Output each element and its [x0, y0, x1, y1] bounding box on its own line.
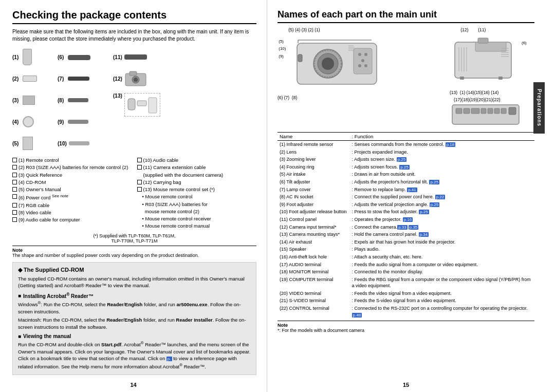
list-item: (10) [58, 134, 109, 153]
projector-side-svg [450, 33, 522, 89]
table-row: (22) CONTROL terminal: Connected to the … [278, 305, 534, 319]
diag-bottom-labels-right: (13) (1) (14)(15)(16) (14) [450, 90, 534, 95]
list-item: (2) R03 (SIZE AAA) batteries for remote … [12, 164, 132, 171]
part-function: : Expels air that has grown hot inside t… [350, 238, 534, 246]
part-number: (15) Speaker [278, 246, 350, 253]
part-function: : Plays audio. [350, 246, 534, 253]
col-function: : Function [350, 133, 534, 141]
item-image-batteries [23, 76, 37, 82]
table-row: (3) Zooming lever: Adjusts screen size. … [278, 156, 534, 163]
installing-text1: Windows®: Run the CD-ROM, select the Rea… [18, 300, 251, 315]
item-image-cameraext [124, 54, 147, 60]
page-ref: p.33 [397, 225, 408, 230]
list-item: (8) [58, 91, 109, 109]
svg-rect-4 [128, 99, 135, 110]
table-row: (6) Tilt adjuster: Adjusts the projector… [278, 178, 534, 186]
part-function: : Remove to replace lamp. p.41 [350, 186, 534, 194]
list-item: (10) Audio cable [137, 157, 257, 164]
part-number: (8) AC IN socket [278, 193, 350, 201]
part-function: : Press to stow the foot adjuster. p.25 [350, 208, 534, 216]
part-number: (5) Air intake [278, 171, 350, 178]
checkbox [12, 173, 17, 177]
list-item: (9) Audio cable for computer [12, 216, 132, 223]
part-function: : Feeds the S-video signal from a video … [350, 297, 534, 305]
part-function: : Connect the supplied power cord here. … [350, 193, 534, 201]
part-function: : Connected to the RS-232C port on a con… [350, 305, 534, 319]
list-item: (3) [12, 91, 53, 109]
list-item: (5) [12, 134, 53, 153]
list-item: (2) [12, 69, 53, 88]
item-image-audiocable [69, 141, 89, 145]
diag-front: (5) (4) (3) (2) (1) (5) (10) (9) [278, 27, 446, 129]
table-row: (9) Foot adjuster: Adjusts the vertical … [278, 201, 534, 209]
item-image-cdrom [23, 116, 34, 127]
page-ref: p.41 [407, 188, 417, 192]
projector-bottom-svg [450, 102, 527, 128]
page-container: Checking the package contents Please mak… [0, 0, 555, 392]
svg-rect-47 [509, 107, 516, 115]
table-row: (7) Lamp cover: Remove to replace lamp. … [278, 186, 534, 194]
page-ref: p.25 [430, 202, 440, 207]
right-title: Names of each part on the main unit [278, 9, 534, 23]
page-ref: p.25 [429, 180, 439, 184]
part-function: : Projects expanded image. [350, 148, 534, 156]
part-number: (13) Camera mounting stays* [278, 231, 350, 238]
part-function: : Adjusts screen focus. p.25 [350, 163, 534, 171]
checkbox [12, 217, 17, 222]
list-item: (1) Remote control [12, 157, 132, 164]
part-number: (12) Camera input terminal* [278, 223, 350, 231]
table-row: (13) Camera mounting stays*: Hold the ca… [278, 231, 534, 238]
item-image-remote [23, 49, 32, 65]
table-row: (18) MONITOR terminal: Connected to the … [278, 268, 534, 276]
checkbox [12, 158, 17, 162]
part-function: : Connected to the monitor display. [350, 268, 534, 276]
table-row: (14) Air exhaust: Expels air that has gr… [278, 238, 534, 246]
part-number: (6) Tilt adjuster [278, 178, 350, 186]
diag-side: (12) (11) [450, 27, 534, 129]
tab-label: Preparations [536, 89, 542, 126]
part-number: (4) Focusing ring [278, 163, 350, 171]
page-number-left: 14 [130, 382, 136, 388]
cdrom-section: The Supplied CD-ROM The supplied CD-ROM … [12, 262, 256, 375]
table-row: (12) Camera input terminal*: Connect the… [278, 223, 534, 231]
part-number: (20) VIDEO terminal [278, 290, 350, 297]
part-function: : Draws in air from outside unit. [350, 171, 534, 178]
svg-point-21 [358, 64, 361, 67]
page-ref: p.16 [403, 217, 413, 222]
page-ref: p.25 [399, 165, 410, 170]
list-item: (6) [58, 48, 109, 66]
diagrams-row: (5) (4) (3) (2) (1) (5) (10) (9) [278, 27, 534, 129]
table-row: (11) Control panel: Operates the project… [278, 216, 534, 223]
right-page: Preparations Names of each part on the m… [267, 0, 545, 392]
table-row: (10) Foot adjuster release button: Press… [278, 208, 534, 216]
list-item: • Mouse remote control [137, 193, 257, 200]
cdrom-intro: The supplied CD-ROM contains an owner's … [18, 275, 251, 290]
table-row: (4) Focusing ring: Adjusts screen focus.… [278, 163, 534, 171]
right-note-text: *: For the models with a document camera [278, 328, 364, 333]
list-item: (3) Quick Reference [12, 172, 132, 179]
table-row: (20) VIDEO terminal: Feeds the video sig… [278, 290, 534, 297]
part-function: : Connect the camera.p.33p.35 [350, 223, 534, 231]
svg-rect-46 [501, 108, 506, 114]
svg-rect-44 [488, 108, 493, 114]
part-function: : Attach a security chain, etc. here. [350, 253, 534, 261]
diag-top-labels: (5) (4) (3) (2) (1) [278, 27, 446, 32]
item-image-videocable [68, 98, 88, 102]
note-title: Note [12, 248, 23, 253]
table-row: (1) Infrared remote sensor: Senses comma… [278, 141, 534, 148]
col-name: Name [278, 133, 350, 141]
parts-table: Name : Function (1) Infrared remote sens… [278, 132, 534, 319]
part-number: (19) COMPUTER terminal [278, 276, 350, 290]
svg-rect-31 [478, 38, 488, 43]
checkbox [12, 165, 17, 170]
viewing-title: Viewing the manual [23, 333, 71, 339]
page-ref: p.48 [352, 313, 362, 318]
table-row: (2) Lens: Projects expanded image. [278, 148, 534, 156]
item-image-audiocable-computer [68, 120, 88, 124]
table-row: (5) Air intake: Draws in air from outsid… [278, 171, 534, 178]
item-image-quickref [23, 96, 35, 105]
list-item: (7) RGB cable [12, 202, 132, 209]
svg-rect-37 [460, 77, 464, 80]
part-number: (10) Foot adjuster release button [278, 208, 350, 216]
diag-right-top-labels: (12) (11) [450, 27, 534, 32]
